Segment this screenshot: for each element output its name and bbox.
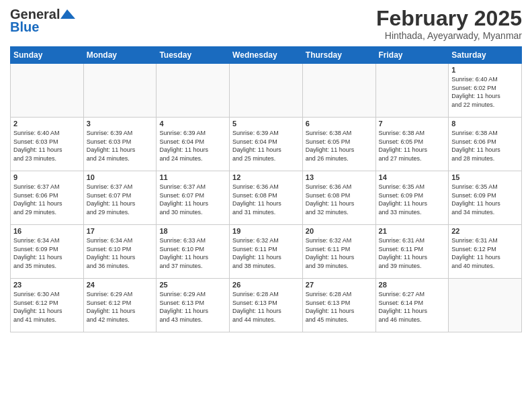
day-number: 12 (232, 173, 300, 181)
calendar-cell: 20Sunrise: 6:32 AM Sunset: 6:11 PM Dayli… (302, 225, 375, 279)
day-info: Sunrise: 6:32 AM Sunset: 6:11 PM Dayligh… (306, 236, 373, 270)
day-number: 14 (379, 173, 446, 181)
logo-text-blue: Blue (10, 19, 39, 35)
logo-icon (60, 9, 75, 19)
day-info: Sunrise: 6:38 AM Sunset: 6:05 PM Dayligh… (379, 129, 446, 163)
calendar-cell: 24Sunrise: 6:29 AM Sunset: 6:12 PM Dayli… (83, 279, 157, 332)
day-number: 25 (159, 281, 226, 289)
column-header-tuesday: Tuesday (157, 47, 230, 64)
calendar-cell: 14Sunrise: 6:35 AM Sunset: 6:09 PM Dayli… (375, 171, 449, 225)
calendar-cell: 12Sunrise: 6:36 AM Sunset: 6:08 PM Dayli… (230, 171, 303, 225)
column-header-sunday: Sunday (11, 47, 84, 64)
day-info: Sunrise: 6:31 AM Sunset: 6:11 PM Dayligh… (379, 236, 446, 270)
calendar-week-row: 1Sunrise: 6:40 AM Sunset: 6:02 PM Daylig… (11, 64, 522, 118)
day-number: 15 (451, 173, 519, 181)
column-header-wednesday: Wednesday (230, 47, 303, 64)
calendar-cell (83, 64, 157, 118)
calendar-week-row: 23Sunrise: 6:30 AM Sunset: 6:12 PM Dayli… (11, 279, 522, 332)
day-info: Sunrise: 6:35 AM Sunset: 6:09 PM Dayligh… (451, 183, 519, 216)
column-header-thursday: Thursday (302, 47, 375, 64)
calendar-cell: 2Sunrise: 6:40 AM Sunset: 6:03 PM Daylig… (11, 118, 84, 171)
day-number: 19 (232, 227, 300, 235)
day-info: Sunrise: 6:28 AM Sunset: 6:13 PM Dayligh… (232, 290, 300, 324)
calendar-cell: 21Sunrise: 6:31 AM Sunset: 6:11 PM Dayli… (375, 225, 449, 279)
day-info: Sunrise: 6:35 AM Sunset: 6:09 PM Dayligh… (379, 183, 446, 216)
day-number: 23 (13, 281, 81, 289)
calendar-cell: 13Sunrise: 6:36 AM Sunset: 6:08 PM Dayli… (302, 171, 375, 225)
calendar-table: SundayMondayTuesdayWednesdayThursdayFrid… (10, 46, 522, 332)
calendar-cell (302, 64, 375, 118)
day-info: Sunrise: 6:36 AM Sunset: 6:08 PM Dayligh… (232, 183, 300, 216)
calendar-cell (157, 64, 230, 118)
calendar-cell: 6Sunrise: 6:38 AM Sunset: 6:05 PM Daylig… (302, 118, 375, 171)
day-number: 28 (379, 281, 446, 289)
column-header-friday: Friday (375, 47, 449, 64)
day-number: 24 (87, 281, 154, 289)
calendar-cell: 25Sunrise: 6:29 AM Sunset: 6:13 PM Dayli… (157, 279, 230, 332)
day-number: 22 (451, 227, 519, 235)
day-number: 17 (87, 227, 154, 235)
day-number: 5 (232, 120, 300, 128)
day-number: 26 (232, 281, 300, 289)
day-info: Sunrise: 6:27 AM Sunset: 6:14 PM Dayligh… (379, 290, 446, 324)
day-number: 20 (306, 227, 373, 235)
day-number: 9 (13, 173, 81, 181)
logo: General Blue (10, 7, 75, 35)
day-number: 1 (451, 66, 519, 74)
day-info: Sunrise: 6:39 AM Sunset: 6:04 PM Dayligh… (159, 129, 226, 163)
calendar-week-row: 9Sunrise: 6:37 AM Sunset: 6:06 PM Daylig… (11, 171, 522, 225)
calendar-cell: 5Sunrise: 6:39 AM Sunset: 6:04 PM Daylig… (230, 118, 303, 171)
day-info: Sunrise: 6:31 AM Sunset: 6:12 PM Dayligh… (451, 236, 519, 270)
day-info: Sunrise: 6:34 AM Sunset: 6:09 PM Dayligh… (13, 236, 81, 270)
calendar-cell: 28Sunrise: 6:27 AM Sunset: 6:14 PM Dayli… (375, 279, 449, 332)
day-number: 11 (159, 173, 226, 181)
title-area: February 2025 Hinthada, Ayeyarwady, Myan… (376, 7, 522, 41)
day-number: 21 (379, 227, 446, 235)
calendar-cell (449, 279, 522, 332)
calendar-cell: 16Sunrise: 6:34 AM Sunset: 6:09 PM Dayli… (11, 225, 84, 279)
day-info: Sunrise: 6:38 AM Sunset: 6:06 PM Dayligh… (451, 129, 519, 163)
calendar-cell: 18Sunrise: 6:33 AM Sunset: 6:10 PM Dayli… (157, 225, 230, 279)
day-number: 8 (451, 120, 519, 128)
calendar-cell: 17Sunrise: 6:34 AM Sunset: 6:10 PM Dayli… (83, 225, 157, 279)
calendar-cell: 15Sunrise: 6:35 AM Sunset: 6:09 PM Dayli… (449, 171, 522, 225)
calendar-cell: 7Sunrise: 6:38 AM Sunset: 6:05 PM Daylig… (375, 118, 449, 171)
calendar-cell (11, 64, 84, 118)
calendar-cell: 19Sunrise: 6:32 AM Sunset: 6:11 PM Dayli… (230, 225, 303, 279)
day-number: 10 (87, 173, 154, 181)
calendar-cell: 3Sunrise: 6:39 AM Sunset: 6:03 PM Daylig… (83, 118, 157, 171)
calendar-cell: 1Sunrise: 6:40 AM Sunset: 6:02 PM Daylig… (449, 64, 522, 118)
calendar-week-row: 2Sunrise: 6:40 AM Sunset: 6:03 PM Daylig… (11, 118, 522, 171)
calendar-cell (375, 64, 449, 118)
column-header-monday: Monday (83, 47, 157, 64)
calendar-cell: 27Sunrise: 6:28 AM Sunset: 6:13 PM Dayli… (302, 279, 375, 332)
day-info: Sunrise: 6:34 AM Sunset: 6:10 PM Dayligh… (87, 236, 154, 270)
day-info: Sunrise: 6:28 AM Sunset: 6:13 PM Dayligh… (306, 290, 373, 324)
calendar-week-row: 16Sunrise: 6:34 AM Sunset: 6:09 PM Dayli… (11, 225, 522, 279)
day-number: 6 (306, 120, 373, 128)
calendar-cell: 22Sunrise: 6:31 AM Sunset: 6:12 PM Dayli… (449, 225, 522, 279)
day-info: Sunrise: 6:29 AM Sunset: 6:12 PM Dayligh… (87, 290, 154, 324)
calendar-cell (230, 64, 303, 118)
calendar-cell: 23Sunrise: 6:30 AM Sunset: 6:12 PM Dayli… (11, 279, 84, 332)
day-info: Sunrise: 6:40 AM Sunset: 6:03 PM Dayligh… (13, 129, 81, 163)
calendar-cell: 8Sunrise: 6:38 AM Sunset: 6:06 PM Daylig… (449, 118, 522, 171)
svg-marker-0 (60, 9, 75, 19)
day-info: Sunrise: 6:40 AM Sunset: 6:02 PM Dayligh… (451, 75, 519, 109)
calendar-header-row: SundayMondayTuesdayWednesdayThursdayFrid… (11, 47, 522, 64)
calendar-cell: 26Sunrise: 6:28 AM Sunset: 6:13 PM Dayli… (230, 279, 303, 332)
day-number: 16 (13, 227, 81, 235)
day-number: 7 (379, 120, 446, 128)
day-info: Sunrise: 6:29 AM Sunset: 6:13 PM Dayligh… (159, 290, 226, 324)
day-number: 27 (306, 281, 373, 289)
month-title: February 2025 (376, 7, 522, 30)
calendar-cell: 10Sunrise: 6:37 AM Sunset: 6:07 PM Dayli… (83, 171, 157, 225)
day-info: Sunrise: 6:39 AM Sunset: 6:03 PM Dayligh… (87, 129, 154, 163)
calendar-cell: 11Sunrise: 6:37 AM Sunset: 6:07 PM Dayli… (157, 171, 230, 225)
day-number: 4 (159, 120, 226, 128)
day-info: Sunrise: 6:37 AM Sunset: 6:06 PM Dayligh… (13, 183, 81, 216)
day-number: 18 (159, 227, 226, 235)
day-info: Sunrise: 6:38 AM Sunset: 6:05 PM Dayligh… (306, 129, 373, 163)
day-info: Sunrise: 6:37 AM Sunset: 6:07 PM Dayligh… (159, 183, 226, 216)
day-number: 3 (87, 120, 154, 128)
